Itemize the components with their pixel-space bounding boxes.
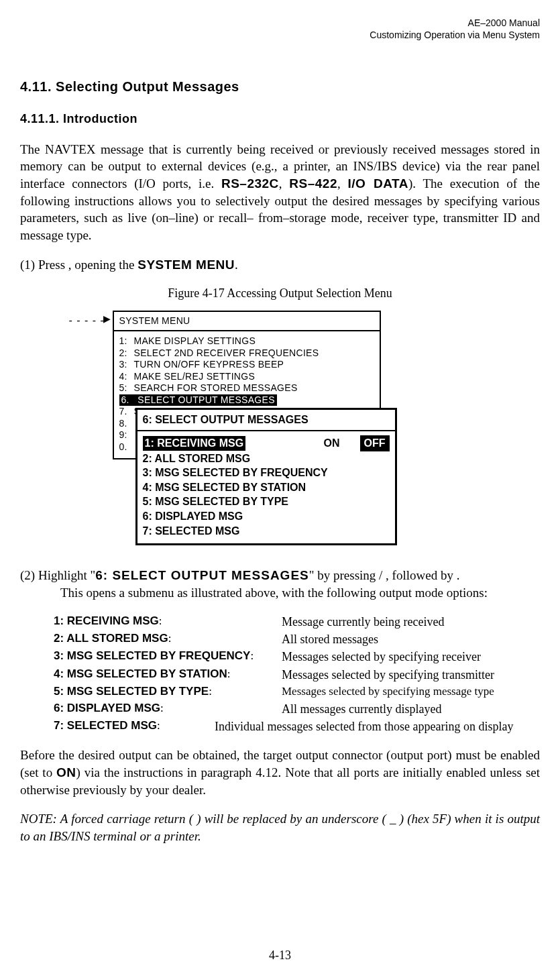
submenu-item-4: 4: MSG SELECTED BY STATION [143,480,390,495]
comma1: , [279,176,289,190]
arrow-head-icon: ▶ [103,313,111,326]
note-paragraph: NOTE: A forced carriage return ( ) will … [20,810,540,845]
rs232-label: RS–232C [221,176,279,190]
menu-item-4: 4:MAKE SEL/REJ SETTINGS [119,371,374,383]
def-label-3: 3: MSG SELECTED BY FREQUENCY: [54,649,282,664]
menu-item-1: 1:MAKE DISPLAY SETTINGS [119,335,374,347]
def-label-1: 1: RECEIVING MSG: [54,614,282,629]
step2-pre: (2) Highlight " [20,568,95,582]
before-post: ) via the instructions in paragraph 4.12… [20,765,540,797]
menu-item-6-highlighted: 6. SELECT OUTPUT MESSAGES [119,394,277,406]
figure-diagram: - - - - - ▶ SYSTEM MENU 1:MAKE DISPLAY S… [93,311,468,552]
submenu-item-2: 2: ALL STORED MSG [143,451,390,466]
def-label-4: 4: MSG SELECTED BY STATION: [54,667,282,682]
def-val-6: All messages currently displayed [282,701,441,717]
def-val-1: Message currently being received [282,614,444,630]
on-label: ON [56,765,76,779]
step2-continuation: This opens a submenu as illustrated abov… [40,584,488,602]
def-val-2: All stored messages [282,631,378,647]
step1-post: . [235,258,238,272]
step-2: (2) Highlight "6: SELECT OUTPUT MESSAGES… [20,567,540,601]
subsection-title: 4.11.1. Introduction [20,111,540,127]
submenu-item-7: 7: SELECTED MSG [143,524,390,539]
submenu-title: 6: SELECT OUTPUT MESSAGES [137,410,395,431]
submenu-row-1: 1: RECEIVING MSG ON OFF [143,435,390,451]
def-row-7: 7: SELECTED MSG: Individual messages sel… [54,718,540,734]
before-paragraph: Before the desired output can be obtaine… [20,747,540,798]
menu-item-5: 5:SEARCH FOR STORED MESSAGES [119,382,374,394]
def-row-2: 2: ALL STORED MSG: All stored messages [54,631,540,647]
def-label-6: 6: DISPLAYED MSG: [54,701,282,716]
step-1: (1) Press , opening the SYSTEM MENU. [20,256,540,274]
rs422-label: RS–422 [289,176,337,190]
def-val-3: Messages selected by specifying receiver [282,649,481,665]
step2-mid: " by pressing / , followed by . [309,568,460,582]
def-val-4: Messages selected by specifying transmit… [282,667,494,683]
intro-paragraph: The NAVTEX message that is currently bei… [20,141,540,244]
comma2: , [337,176,347,190]
def-row-5: 5: MSG SELECTED BY TYPE: Messages select… [54,684,540,700]
submenu-row1-label-highlighted: 1: RECEIVING MSG [143,436,246,451]
definitions-list: 1: RECEIVING MSG: Message currently bein… [54,614,540,735]
def-row-1: 1: RECEIVING MSG: Message currently bein… [54,614,540,630]
figure-caption: Figure 4-17 Accessing Output Selection M… [20,285,540,301]
def-row-3: 3: MSG SELECTED BY FREQUENCY: Messages s… [54,649,540,665]
system-menu-title: SYSTEM MENU [114,312,380,331]
section-title: 4.11. Selecting Output Messages [20,78,540,96]
page-number: 4-13 [0,947,560,963]
submenu-item-5: 5: MSG SELECTED BY TYPE [143,494,390,509]
system-menu-label: SYSTEM MENU [137,258,235,272]
menu-item-2: 2:SELECT 2ND RECEIVER FREQUENCIES [119,347,374,360]
submenu-item-3: 3: MSG SELECTED BY FREQUENCY [143,466,390,480]
submenu-on-value: ON [324,436,340,451]
def-row-4: 4: MSG SELECTED BY STATION: Messages sel… [54,667,540,683]
iodata-label: I/O DATA [347,176,408,190]
submenu-box: 6: SELECT OUTPUT MESSAGES 1: RECEIVING M… [135,408,397,545]
submenu-item-6: 6: DISPLAYED MSG [143,509,390,524]
def-row-6: 6: DISPLAYED MSG: All messages currently… [54,701,540,717]
step1-pre: (1) Press , opening the [20,258,137,272]
step2-highlight: 6: SELECT OUTPUT MESSAGES [95,568,309,582]
page-header: AE–2000 Manual Customizing Operation via… [20,17,540,41]
header-line2: Customizing Operation via Menu System [20,29,540,41]
submenu-off-value-highlighted: OFF [360,435,390,451]
dashed-arrow: - - - - - [69,313,105,328]
def-val-7: Individual messages selected from those … [215,718,540,734]
def-label-5: 5: MSG SELECTED BY TYPE: [54,684,282,700]
menu-item-6: 6. SELECT OUTPUT MESSAGES [119,394,374,406]
def-label-2: 2: ALL STORED MSG: [54,631,282,647]
menu-item-3: 3:TURN ON/OFF KEYPRESS BEEP [119,359,374,371]
header-line1: AE–2000 Manual [20,17,540,29]
def-label-7: 7: SELECTED MSG: [54,718,215,734]
submenu-body: 1: RECEIVING MSG ON OFF 2: ALL STORED MS… [137,431,395,543]
def-val-5: Messages selected by specifying message … [282,684,494,700]
